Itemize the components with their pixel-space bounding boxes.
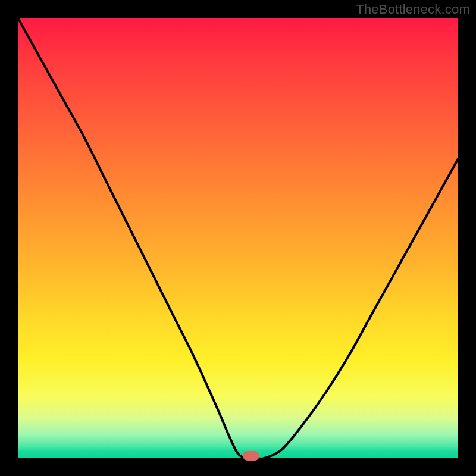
watermark-text: TheBottleneck.com <box>356 2 470 17</box>
optimal-point-marker <box>243 451 259 461</box>
bottleneck-curve <box>18 18 458 458</box>
plot-area <box>18 18 458 458</box>
chart-frame: TheBottleneck.com <box>0 0 476 476</box>
